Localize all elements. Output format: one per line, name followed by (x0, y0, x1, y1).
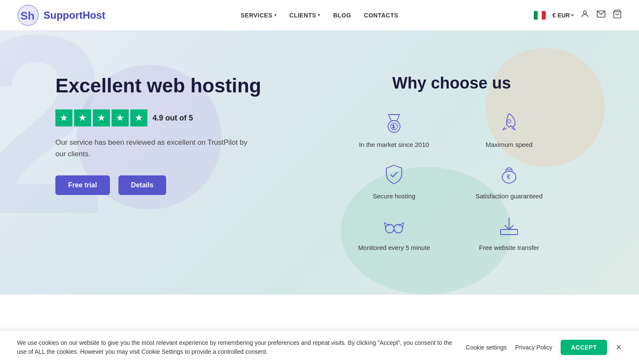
star-2: ★ (74, 109, 91, 126)
currency-selector[interactable]: € EUR ▾ (553, 12, 573, 19)
hero-title: Excellent web hosting (55, 74, 294, 97)
star-1: ★ (55, 109, 72, 126)
svg-text:Sh: Sh (20, 9, 35, 22)
navbar: Sh SupportHost SERVICES ▾ CLIENTS ▾ BLOG… (0, 0, 639, 31)
svg-rect-17 (501, 229, 518, 235)
hero-right: Why choose us 1 In the market since 2010 (294, 74, 584, 251)
chevron-down-icon: ▾ (318, 13, 320, 17)
feature-market-since: 1 In the market since 2010 (345, 109, 443, 148)
star-4: ★ (112, 109, 129, 126)
svg-point-5 (583, 11, 586, 14)
hero-left: Excellent web hosting ★ ★ ★ ★ ★ 4.9 out … (55, 74, 294, 251)
features-grid: 1 In the market since 2010 (345, 109, 558, 251)
svg-rect-2 (534, 11, 538, 20)
navbar-right: € EUR ▾ (534, 9, 622, 21)
logo-text: SupportHost (43, 9, 105, 21)
logo[interactable]: Sh SupportHost (17, 4, 105, 26)
user-icon[interactable] (580, 9, 590, 21)
rating-text: 4.9 out of 5 (153, 114, 193, 123)
feature-satisfaction: € Satisfaction guaranteed (460, 161, 558, 200)
svg-point-15 (394, 224, 403, 233)
feature-max-speed: Maximum speed (460, 109, 558, 148)
svg-point-11 (507, 120, 511, 123)
money-bag-icon: € (495, 161, 523, 188)
chevron-down-icon: ▾ (274, 13, 277, 17)
shield-check-icon (380, 161, 408, 188)
star-3: ★ (93, 109, 110, 126)
trustpilot-row: ★ ★ ★ ★ ★ 4.9 out of 5 (55, 109, 294, 126)
feature-label-monitored: Monitored every 5 minute (358, 244, 430, 251)
nav-contacts[interactable]: CONTACTS (364, 12, 398, 19)
svg-rect-4 (541, 11, 545, 20)
hero-section: 2 Excellent web hosting ★ ★ ★ ★ ★ 4.9 ou… (0, 31, 639, 295)
navbar-nav: SERVICES ▾ CLIENTS ▾ BLOG CONTACTS (241, 12, 398, 19)
feature-label-secure: Secure hosting (373, 192, 415, 200)
svg-point-14 (386, 224, 394, 233)
stars-box: ★ ★ ★ ★ ★ (55, 109, 147, 126)
feature-secure-hosting: Secure hosting (345, 161, 443, 200)
feature-label-speed: Maximum speed (486, 141, 532, 148)
feature-website-transfer: Free website transfer (460, 212, 558, 251)
feature-label-satisfaction: Satisfaction guaranteed (475, 192, 543, 200)
feature-monitored: Monitored every 5 minute (345, 212, 443, 251)
hero-content: Excellent web hosting ★ ★ ★ ★ ★ 4.9 out … (21, 49, 618, 277)
download-tray-icon (495, 212, 523, 240)
language-flag[interactable] (534, 11, 546, 20)
svg-rect-3 (538, 11, 541, 20)
hero-description: Our service has been reviewed as excelle… (55, 137, 260, 160)
svg-text:€: € (507, 173, 510, 180)
logo-icon: Sh (17, 4, 39, 26)
nav-blog[interactable]: BLOG (333, 12, 351, 19)
mail-icon[interactable] (596, 9, 606, 21)
cart-icon[interactable] (613, 9, 622, 21)
medal-icon: 1 (380, 109, 408, 137)
rocket-icon (495, 109, 523, 137)
hero-buttons: Free trial Details (55, 175, 294, 195)
binoculars-icon (380, 212, 408, 240)
nav-services[interactable]: SERVICES ▾ (241, 12, 276, 19)
svg-text:1: 1 (392, 124, 395, 129)
star-5: ★ (130, 109, 147, 126)
why-title: Why choose us (392, 74, 511, 92)
free-trial-button[interactable]: Free trial (55, 175, 110, 195)
chevron-down-icon: ▾ (571, 13, 573, 17)
details-button[interactable]: Details (118, 175, 166, 195)
nav-clients[interactable]: CLIENTS ▾ (289, 12, 320, 19)
feature-label-market: In the market since 2010 (359, 141, 429, 148)
feature-label-transfer: Free website transfer (479, 244, 539, 251)
